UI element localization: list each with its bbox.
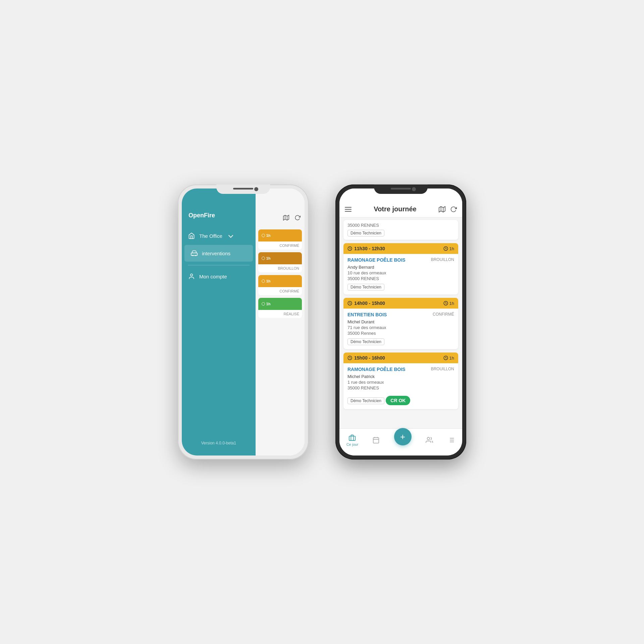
svg-rect-17 [373,438,379,443]
notch-right [374,184,428,194]
svg-point-2 [195,255,196,256]
card-status-4: RÉALISÉ [258,310,302,318]
map-icon-right[interactable] [439,206,445,213]
card-status-2: BROUILLON [258,264,302,272]
contacts-icon [425,436,433,444]
time-range-text-2: 14h00 - 15h00 [354,301,385,306]
nav-item-list[interactable] [447,436,455,444]
service-name-1: RAMONAGE POÊLE BOIS [347,257,406,263]
time-badge-1: 1h [262,233,271,237]
clock-icon-1 [347,246,352,251]
menu-account-label: Mon compte [199,274,227,279]
interventions-list: 35000 RENNES Démo Technicien 11h30 - 1 [339,217,462,428]
address2-2: 35000 Rennes [347,331,454,336]
refresh-icon[interactable] [294,215,301,221]
svg-rect-0 [191,253,197,256]
app-title: OpenFire [182,209,256,227]
address2-1: 35000 RENNES [347,276,454,281]
list-icon [447,436,455,444]
card-snippet-3: 1h CONFIRMÉ [258,275,302,295]
card-body-1: RAMONAGE POÊLE BOIS BROUILLON Andy Berna… [343,254,458,294]
cr-ok-badge[interactable]: CR OK [386,396,410,405]
card-top-row-3: RAMONAGE POÊLE BOIS BROUILLON [347,367,454,372]
left-content: 1h CONFIRMÉ 1h BROUILLON [256,189,305,455]
hamburger-line-3 [345,211,352,212]
menu-item-account[interactable]: Mon compte [182,268,256,285]
clock-icon-2 [347,301,352,306]
hamburger-line-2 [345,209,352,210]
bottom-nav: Ce jour + [339,428,462,455]
card-top-row-2: ENTRETIEN BOIS CONFIRMÉ [347,312,454,317]
fab-add-button[interactable]: + [394,428,412,445]
intervention-card-1[interactable]: 11h30 - 12h30 1h [343,243,458,294]
address2-3: 35000 RENNES [347,385,454,390]
clock-small-2 [443,301,448,306]
card-snippet-1: 1h CONFIRMÉ [258,229,302,250]
duration-3: 1h [443,356,454,361]
right-header-icons [256,212,305,223]
time-range-text-3: 15h00 - 16h00 [354,355,385,361]
time-badge-4: 1h [262,302,271,306]
intervention-card-2[interactable]: 14h00 - 15h00 1h [343,298,458,349]
status-badge-1: BROUILLON [431,257,454,262]
svg-rect-16 [349,436,355,440]
nav-item-contacts[interactable] [425,436,433,444]
clock-icon-3 [347,356,352,360]
duration-text-2: 1h [449,301,454,306]
menu-item-home[interactable]: The Office [182,227,256,244]
notch-left [216,184,270,194]
page-title: Votre journée [352,205,439,213]
clock-small-1 [443,246,448,251]
status-badge-3: BROUILLON [431,367,454,371]
tech-badge-3: Démo Technicien [347,397,384,404]
phones-container: OpenFire The Office [178,184,466,460]
card-body-3: RAMONAGE POÊLE BOIS BROUILLON Michel Pat… [343,363,458,409]
intervention-card-3[interactable]: 15h00 - 16h00 1h [343,353,458,409]
service-name-2: ENTRETIEN BOIS [347,312,387,317]
menu-item-interventions[interactable]: interventions [184,245,253,262]
card-time-bar-1: 11h30 - 12h30 1h [343,243,458,254]
customer-1: Andy Bernard [347,265,454,270]
map-icon[interactable] [283,215,289,221]
refresh-icon-right[interactable] [450,206,457,213]
card-top-row-1: RAMONAGE POÊLE BOIS BROUILLON [347,257,454,263]
fab-plus-icon: + [400,432,405,441]
time-range-1: 11h30 - 12h30 [347,246,385,251]
menu-interventions-label: interventions [202,251,230,256]
camera-right [412,187,416,191]
address1-1: 10 rue des ormeaux [347,270,454,275]
duration-1: 1h [443,246,454,251]
status-badge-2: CONFIRMÉ [433,312,454,317]
time-range-3: 15h00 - 16h00 [347,355,385,361]
nav-item-calendar[interactable] [372,436,380,444]
svg-marker-4 [283,215,289,220]
menu-divider [188,265,250,265]
time-badge-2: 1h [262,256,271,260]
service-name-3: RAMONAGE POÊLE BOIS [347,367,406,372]
left-menu: OpenFire The Office [182,189,256,455]
svg-point-21 [427,437,430,440]
nav-item-today[interactable]: Ce jour [346,434,358,446]
right-phone: Votre journée [335,184,466,460]
right-screen: Votre journée [339,189,462,455]
card-status-1: CONFIRMÉ [258,241,302,250]
left-screen: OpenFire The Office [182,189,305,455]
card-snippet-4: 1h RÉALISÉ [258,298,302,318]
time-range-2: 14h00 - 15h00 [347,301,385,306]
tech-badge-2: Démo Technicien [347,338,384,345]
briefcase-icon [348,434,356,442]
partial-address: 35000 RENNES [347,223,454,228]
header-actions [439,206,457,213]
svg-point-1 [193,255,193,256]
speaker-left [233,188,253,190]
left-phone: OpenFire The Office [178,184,309,460]
card-time-bar-2: 14h00 - 15h00 1h [343,298,458,309]
duration-text-3: 1h [449,356,454,361]
calendar-icon [372,436,380,444]
customer-3: Michel Patrick [347,374,454,379]
time-range-text-1: 11h30 - 12h30 [354,246,385,251]
card-status-3: CONFIRMÉ [258,287,302,295]
hamburger-icon[interactable] [345,207,352,212]
duration-text-1: 1h [449,246,454,251]
person-icon [188,273,195,280]
